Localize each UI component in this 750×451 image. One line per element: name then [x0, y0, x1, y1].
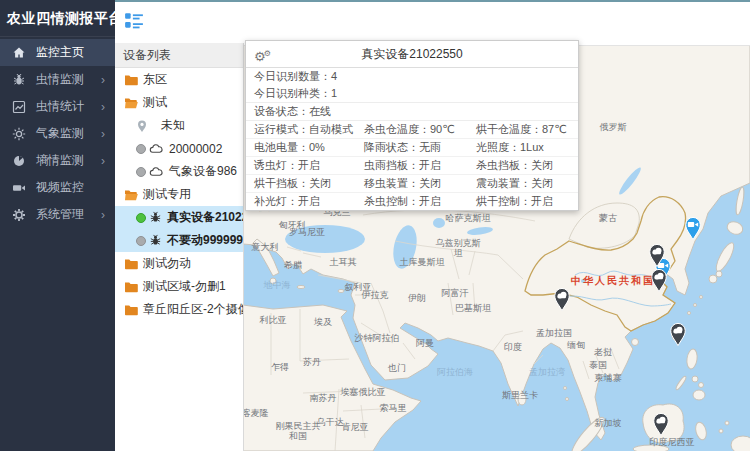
device-marker-station[interactable] — [552, 286, 572, 312]
sidebar-item-label: 虫情统计 — [36, 98, 84, 115]
sidebar-item-insect-stats[interactable]: 虫情统计 › — [0, 93, 115, 120]
popup-grid-cell: 烘干挡板：关闭 — [246, 175, 356, 193]
tree-item-label: 测试区域-勿删1 — [143, 278, 226, 295]
tree-item[interactable]: 未知 — [115, 114, 243, 137]
sidebar-item-label: 视频监控 — [36, 179, 84, 196]
tree-item[interactable]: 测试专用 — [115, 183, 243, 206]
sidebar: 农业四情测报平台 监控主页 虫情监测 › 虫情统计 › 气象监测 — [0, 0, 115, 451]
sidebar-item-soil-monitor[interactable]: 墒情监测 › — [0, 147, 115, 174]
popup-grid-cell: 杀虫控制：开启 — [356, 193, 468, 210]
popup-grid-cell: 烘干仓温度：87℃ — [468, 121, 578, 139]
sidebar-item-video-monitor[interactable]: 视频监控 — [0, 174, 115, 201]
popup-stat-today-species: 今日识别种类：1 — [246, 85, 578, 103]
folder-icon — [124, 74, 138, 86]
tree-item-label: 真实设备21022550 — [167, 209, 243, 226]
tree-item-label: 20000002 — [169, 142, 222, 156]
popup-grid-cell: 移虫装置：关闭 — [356, 175, 468, 193]
tree-item[interactable]: 测试勿动 — [115, 252, 243, 275]
tree-item-label: 不要动99999999 — [167, 232, 243, 249]
popup-stat-device-status: 设备状态：在线 — [246, 103, 578, 121]
chevron-right-icon: › — [101, 101, 105, 113]
popup-grid-cell: 诱虫灯：开启 — [246, 157, 356, 175]
popup-grid-cell: 震动装置：关闭 — [468, 175, 578, 193]
folder-open-icon — [124, 97, 138, 109]
tree-item-selected[interactable]: 不要动99999999 — [115, 229, 243, 252]
bug-icon — [12, 73, 26, 87]
device-marker-camera[interactable] — [683, 215, 703, 241]
sidebar-item-label: 监控主页 — [36, 44, 84, 61]
status-dot-offline — [136, 236, 146, 246]
device-marker-station[interactable] — [651, 411, 671, 437]
globe-icon — [12, 154, 26, 168]
tree-item[interactable]: 章丘阳丘区-2个摄像头 — [115, 298, 243, 321]
device-panel-header: 设备列表 — [115, 43, 243, 68]
popup-grid-cell: 杀虫仓温度：90℃ — [356, 121, 468, 139]
sidebar-menu: 监控主页 虫情监测 › 虫情统计 › 气象监测 › — [0, 39, 115, 228]
sidebar-item-label: 墒情监测 — [36, 152, 84, 169]
home-icon — [12, 46, 26, 60]
status-dot-offline — [136, 167, 146, 177]
tree-item[interactable]: 20000002 — [115, 137, 243, 160]
popup-grid-cell: 虫雨挡板：开启 — [356, 157, 468, 175]
popup-grid-cell: 光照度：1Lux — [468, 139, 578, 157]
tree-item-label: 测试 — [143, 94, 167, 111]
folder-icon — [124, 304, 138, 316]
tree-item[interactable]: 东区 — [115, 68, 243, 91]
chevron-right-icon: › — [101, 74, 105, 86]
cloud-icon — [149, 143, 164, 154]
folder-open-icon — [124, 189, 138, 201]
device-info-popup: ⚙⚙ 真实设备21022550 今日识别数量：4 今日识别种类：1 设备状态：在… — [245, 40, 579, 211]
device-marker-station[interactable] — [649, 267, 669, 293]
sidebar-item-label: 系统管理 — [36, 206, 84, 223]
popup-title: 真实设备21022550 — [361, 47, 462, 61]
sidebar-item-label: 气象监测 — [36, 125, 84, 142]
tree-item-label: 测试专用 — [143, 186, 191, 203]
folder-icon — [124, 258, 138, 270]
chevron-right-icon: › — [101, 209, 105, 221]
tree-item-label: 气象设备986 — [169, 163, 237, 180]
tree-item[interactable]: 测试 — [115, 91, 243, 114]
tree-toggle-icon[interactable] — [124, 11, 144, 31]
tree-item[interactable]: 测试区域-勿删1 — [115, 275, 243, 298]
popup-grid-cell: 降雨状态：无雨 — [356, 139, 468, 157]
bug-icon — [149, 234, 162, 247]
popup-grid-cell: 杀虫挡板：关闭 — [468, 157, 578, 175]
sun-icon — [12, 127, 26, 141]
chevron-right-icon: › — [101, 128, 105, 140]
cloud-icon — [149, 166, 164, 177]
sidebar-item-weather-monitor[interactable]: 气象监测 › — [0, 120, 115, 147]
popup-grid-cell: 运行模式：自动模式 — [246, 121, 356, 139]
sidebar-item-monitor-home[interactable]: 监控主页 — [0, 39, 115, 66]
tree-item[interactable]: 气象设备986 — [115, 160, 243, 183]
sidebar-item-insect-monitor[interactable]: 虫情监测 › — [0, 66, 115, 93]
popup-grid-cell: 电池电量：0% — [246, 139, 356, 157]
status-dot-online — [136, 213, 146, 223]
gear-icon — [12, 208, 26, 222]
popup-grid-cell: 补光灯：开启 — [246, 193, 356, 210]
tree-item-selected[interactable]: 真实设备21022550 — [115, 206, 243, 229]
chart-icon — [12, 100, 26, 114]
sidebar-item-system-manage[interactable]: 系统管理 › — [0, 201, 115, 228]
popup-titlebar: ⚙⚙ 真实设备21022550 — [246, 41, 578, 68]
chevron-right-icon: › — [101, 155, 105, 167]
bug-icon — [149, 211, 162, 224]
sidebar-item-label: 虫情监测 — [36, 71, 84, 88]
map-pin-icon — [136, 119, 148, 133]
popup-status-grid: 运行模式：自动模式 杀虫仓温度：90℃ 烘干仓温度：87℃ 电池电量：0% 降雨… — [246, 121, 578, 210]
tree-item-label: 测试勿动 — [143, 255, 191, 272]
app-title: 农业四情测报平台 — [0, 0, 115, 37]
popup-grid-cell: 烘干控制：开启 — [468, 193, 578, 210]
status-dot-offline — [136, 144, 146, 154]
tree-item-label: 章丘阳丘区-2个摄像头 — [143, 301, 243, 318]
device-marker-station[interactable] — [668, 321, 688, 347]
device-marker-station[interactable] — [647, 242, 667, 268]
tree-item-label: 未知 — [161, 117, 185, 134]
video-camera-icon — [12, 181, 26, 195]
popup-stat-today-count: 今日识别数量：4 — [246, 68, 578, 85]
settings-cogs-icon[interactable]: ⚙⚙ — [254, 41, 271, 70]
tree-item-label: 东区 — [143, 71, 167, 88]
device-panel: 设备列表 东区 测试 未知 20000002 气象设备986 测试专用 真实设备… — [115, 43, 244, 451]
folder-icon — [124, 281, 138, 293]
